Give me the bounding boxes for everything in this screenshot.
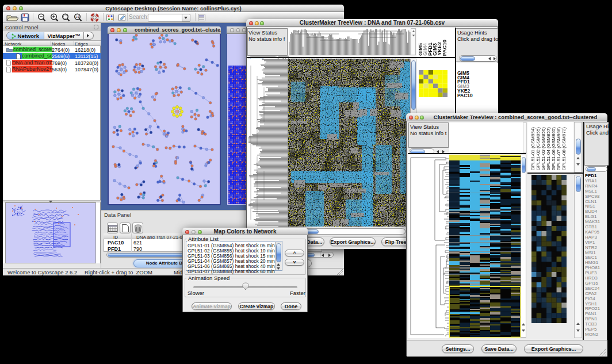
- svg-text:1:1: 1:1: [75, 15, 79, 18]
